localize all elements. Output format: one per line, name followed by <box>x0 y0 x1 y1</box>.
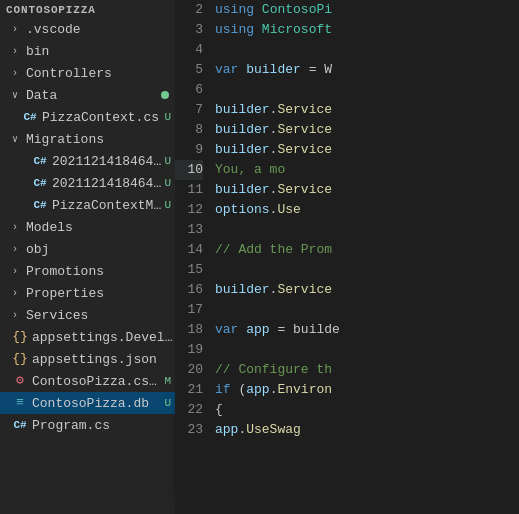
sidebar-item-label: appsettings.Development.json <box>32 330 175 345</box>
sidebar-item-migration3[interactable]: C# PizzaContextModelSnapshot.cs U <box>0 194 175 216</box>
line-numbers: 2 3 4 5 6 7 8 9 10 11 12 13 14 15 16 17 … <box>175 0 211 514</box>
code-line: { <box>211 400 519 420</box>
code-editor: 2 3 4 5 6 7 8 9 10 11 12 13 14 15 16 17 … <box>175 0 519 514</box>
sidebar-item-label: ContosoPizza.csproj <box>32 374 164 389</box>
sidebar-item-label: 20211214184647_InitialCreate.Designer.cs <box>52 176 164 191</box>
chevron-right-icon: › <box>12 310 26 321</box>
untracked-badge: U <box>164 111 171 123</box>
sidebar-item-label: obj <box>26 242 175 257</box>
code-line: // Add the Prom <box>211 240 519 260</box>
code-area: 2 3 4 5 6 7 8 9 10 11 12 13 14 15 16 17 … <box>175 0 519 514</box>
sidebar-item-vscode[interactable]: › .vscode <box>0 18 175 40</box>
untracked-badge: U <box>164 155 171 167</box>
sidebar-item-services[interactable]: › Services <box>0 304 175 326</box>
sidebar-item-migration2[interactable]: C# 20211214184647_InitialCreate.Designer… <box>0 172 175 194</box>
code-line: options.Use <box>211 200 519 220</box>
line-number: 13 <box>175 220 203 240</box>
csproj-file-icon: ⚙ <box>12 373 28 389</box>
line-number: 21 <box>175 380 203 400</box>
line-number: 22 <box>175 400 203 420</box>
sidebar-item-label: ContosoPizza.db <box>32 396 164 411</box>
line-number: 19 <box>175 340 203 360</box>
chevron-right-icon: › <box>12 266 26 277</box>
line-number: 7 <box>175 100 203 120</box>
csharp-file-icon: C# <box>12 417 28 433</box>
sidebar-item-migration1[interactable]: C# 20211214184647_InitialCreate.cs U <box>0 150 175 172</box>
code-line: var app = builde <box>211 320 519 340</box>
sidebar-item-controllers[interactable]: › Controllers <box>0 62 175 84</box>
line-number: 5 <box>175 60 203 80</box>
untracked-badge: U <box>164 397 171 409</box>
code-line: // Configure th <box>211 360 519 380</box>
sidebar-item-label: Properties <box>26 286 175 301</box>
sidebar-item-properties[interactable]: › Properties <box>0 282 175 304</box>
line-number: 4 <box>175 40 203 60</box>
sidebar-item-label: 20211214184647_InitialCreate.cs <box>52 154 164 169</box>
code-line: builder.Service <box>211 280 519 300</box>
code-line: if (app.Environ <box>211 380 519 400</box>
sidebar-item-csproj[interactable]: ⚙ ContosoPizza.csproj M <box>0 370 175 392</box>
chevron-right-icon: › <box>12 68 26 79</box>
code-lines: using ContosoPi using Microsoft var buil… <box>211 0 519 514</box>
untracked-badge: U <box>164 177 171 189</box>
chevron-down-icon: ∨ <box>12 133 26 145</box>
chevron-right-icon: › <box>12 222 26 233</box>
sidebar-item-label: Program.cs <box>32 418 175 433</box>
line-number: 17 <box>175 300 203 320</box>
sidebar-item-label: appsettings.json <box>32 352 175 367</box>
json-file-icon: {} <box>12 329 28 345</box>
code-line: builder.Service <box>211 100 519 120</box>
line-number: 6 <box>175 80 203 100</box>
sidebar-item-promotions[interactable]: › Promotions <box>0 260 175 282</box>
sidebar-item-label: bin <box>26 44 175 59</box>
line-number: 9 <box>175 140 203 160</box>
sidebar-item-label: Controllers <box>26 66 175 81</box>
chevron-down-icon: ∨ <box>12 89 26 101</box>
code-line: var builder = W <box>211 60 519 80</box>
untracked-badge: U <box>164 199 171 211</box>
sidebar-item-migrations[interactable]: ∨ Migrations <box>0 128 175 150</box>
line-number: 14 <box>175 240 203 260</box>
sidebar-item-models[interactable]: › Models <box>0 216 175 238</box>
json-file-icon: {} <box>12 351 28 367</box>
sidebar-item-pizzacontext[interactable]: C# PizzaContext.cs U <box>0 106 175 128</box>
line-number: 11 <box>175 180 203 200</box>
sidebar-item-label: Models <box>26 220 175 235</box>
code-line: using Microsoft <box>211 20 519 40</box>
code-line <box>211 40 519 60</box>
chevron-right-icon: › <box>12 244 26 255</box>
csharp-file-icon: C# <box>32 153 48 169</box>
sidebar-item-label: Services <box>26 308 175 323</box>
line-number: 12 <box>175 200 203 220</box>
sidebar-item-label: PizzaContextModelSnapshot.cs <box>52 198 164 213</box>
sidebar-item-program[interactable]: C# Program.cs <box>0 414 175 436</box>
modified-badge: M <box>164 375 171 387</box>
sidebar-item-appsettings-dev[interactable]: {} appsettings.Development.json <box>0 326 175 348</box>
sidebar-item-obj[interactable]: › obj <box>0 238 175 260</box>
line-number: 3 <box>175 20 203 40</box>
code-line: builder.Service <box>211 120 519 140</box>
file-explorer: CONTOSOPIZZA › .vscode › bin › Controlle… <box>0 0 175 514</box>
chevron-right-icon: › <box>12 46 26 57</box>
code-line <box>211 80 519 100</box>
sidebar-item-appsettings[interactable]: {} appsettings.json <box>0 348 175 370</box>
sidebar-item-contosopizza-db[interactable]: ≡ ContosoPizza.db U <box>0 392 175 414</box>
code-line: using ContosoPi <box>211 0 519 20</box>
line-number: 15 <box>175 260 203 280</box>
line-number: 16 <box>175 280 203 300</box>
code-line: You, a mo <box>211 160 519 180</box>
code-line <box>211 220 519 240</box>
code-line <box>211 260 519 280</box>
chevron-right-icon: › <box>12 24 26 35</box>
sidebar-item-label: Data <box>26 88 161 103</box>
sidebar-item-label: .vscode <box>26 22 175 37</box>
csharp-file-icon: C# <box>32 175 48 191</box>
chevron-right-icon: › <box>12 288 26 299</box>
sidebar-item-data[interactable]: ∨ Data <box>0 84 175 106</box>
line-number: 23 <box>175 420 203 440</box>
sidebar-item-label: Migrations <box>26 132 175 147</box>
code-line: builder.Service <box>211 140 519 160</box>
modified-dot-badge <box>161 91 169 99</box>
line-number: 2 <box>175 0 203 20</box>
sidebar-item-bin[interactable]: › bin <box>0 40 175 62</box>
